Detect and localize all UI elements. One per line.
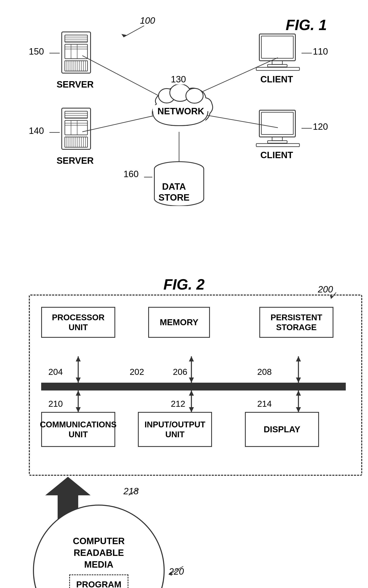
fig2-arrows-svg: 204 202 206 208 210 212 214 bbox=[29, 295, 362, 476]
svg-text:204: 204 bbox=[48, 367, 63, 377]
network-label: NETWORK bbox=[157, 106, 204, 116]
svg-text:212: 212 bbox=[171, 399, 185, 409]
svg-text:100: 100 bbox=[140, 15, 155, 26]
server1-icon bbox=[60, 31, 93, 77]
svg-marker-107 bbox=[189, 391, 194, 396]
svg-text:110: 110 bbox=[313, 46, 328, 56]
fig1-diagram: FIG. 1 100 150 140 1 bbox=[17, 12, 351, 260]
display-box: DISPLAY bbox=[245, 412, 319, 447]
svg-text:208: 208 bbox=[257, 367, 272, 377]
svg-rect-100 bbox=[41, 383, 346, 391]
server2-icon bbox=[60, 107, 93, 153]
svg-marker-113 bbox=[45, 477, 91, 495]
svg-marker-98 bbox=[296, 356, 301, 362]
server1-label: SERVER bbox=[57, 79, 94, 90]
svg-rect-41 bbox=[62, 108, 91, 149]
svg-text:214: 214 bbox=[257, 399, 272, 409]
communications-unit-box: COMMUNICATIONS UNIT bbox=[41, 412, 115, 447]
svg-rect-30 bbox=[65, 61, 87, 71]
page: FIG. 1 100 150 140 1 bbox=[0, 0, 368, 588]
client1-label: CLIENT bbox=[260, 74, 293, 84]
svg-rect-70 bbox=[272, 61, 282, 65]
svg-text:150: 150 bbox=[29, 46, 44, 56]
svg-rect-72 bbox=[256, 67, 299, 70]
svg-marker-96 bbox=[189, 378, 194, 383]
svg-rect-20 bbox=[62, 32, 91, 73]
svg-marker-95 bbox=[189, 356, 194, 362]
readable-media-label: COMPUTERREADABLEMEDIA bbox=[73, 535, 125, 570]
fig2-diagram: FIG. 2 200 PROCESSOR UNIT MEMORY PERSIST… bbox=[17, 276, 351, 588]
svg-marker-108 bbox=[189, 407, 194, 412]
svg-text:140: 140 bbox=[29, 126, 44, 136]
svg-text:130: 130 bbox=[171, 74, 186, 84]
client2-icon bbox=[255, 109, 301, 148]
svg-rect-51 bbox=[65, 137, 87, 147]
svg-line-1 bbox=[123, 26, 144, 37]
svg-text:160: 160 bbox=[123, 169, 138, 179]
fig2-title: FIG. 2 bbox=[163, 276, 205, 293]
svg-marker-92 bbox=[76, 356, 81, 362]
svg-rect-76 bbox=[267, 141, 287, 143]
svg-rect-75 bbox=[272, 137, 282, 141]
datastore-label: DATASTORE bbox=[158, 181, 190, 203]
svg-marker-111 bbox=[296, 407, 301, 412]
svg-marker-105 bbox=[76, 407, 81, 412]
svg-text:120: 120 bbox=[313, 121, 328, 132]
client1-icon bbox=[255, 33, 301, 72]
svg-marker-110 bbox=[296, 391, 301, 396]
svg-rect-68 bbox=[259, 34, 295, 61]
server2-label: SERVER bbox=[57, 156, 94, 166]
program-code-label: PROGRAMCODE bbox=[76, 579, 121, 588]
svg-rect-77 bbox=[256, 144, 299, 147]
svg-rect-74 bbox=[261, 112, 293, 134]
svg-text:206: 206 bbox=[173, 367, 187, 377]
svg-marker-117 bbox=[169, 571, 172, 576]
client2-label: CLIENT bbox=[260, 150, 293, 160]
svg-text:202: 202 bbox=[130, 367, 144, 377]
svg-rect-25 bbox=[65, 44, 87, 59]
io-unit-box: INPUT/OUTPUT UNIT bbox=[138, 412, 212, 447]
svg-marker-2 bbox=[121, 34, 127, 37]
svg-point-64 bbox=[186, 88, 203, 103]
svg-marker-99 bbox=[296, 378, 301, 383]
svg-line-114 bbox=[129, 489, 138, 495]
svg-marker-93 bbox=[76, 378, 81, 383]
program-code-box: PROGRAMCODE bbox=[69, 574, 128, 588]
svg-rect-46 bbox=[65, 121, 87, 135]
svg-text:210: 210 bbox=[48, 399, 63, 409]
svg-marker-104 bbox=[76, 391, 81, 396]
svg-rect-69 bbox=[261, 36, 293, 58]
svg-rect-71 bbox=[267, 65, 287, 67]
svg-rect-73 bbox=[259, 110, 295, 137]
